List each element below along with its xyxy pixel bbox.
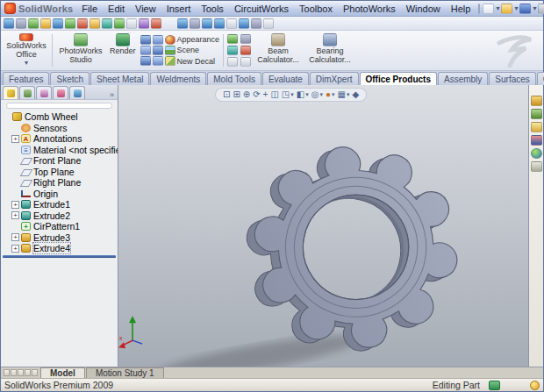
tree-item-origin[interactable]: Origin (3, 189, 118, 200)
toolbar-icon[interactable] (214, 18, 225, 29)
panel-overflow-chevron[interactable]: » (108, 90, 116, 99)
toolbar-icon[interactable] (139, 18, 149, 29)
appearances-icon[interactable] (531, 148, 542, 159)
view-palette-icon[interactable] (531, 135, 542, 146)
toolbar-icon[interactable] (16, 18, 26, 29)
expand-icon[interactable]: + (11, 211, 19, 219)
toolbar-icon[interactable] (65, 18, 75, 29)
edit-appearance-icon[interactable]: ● (326, 89, 331, 101)
tree-item-right-plane[interactable]: Right Plane (3, 177, 118, 189)
toolbar-icon[interactable] (251, 18, 261, 29)
tree-item-root[interactable]: Comb Wheel (3, 111, 118, 123)
edit-decal-icon[interactable] (140, 56, 151, 66)
toolbar-icon[interactable] (40, 18, 51, 29)
hide-show-items-icon[interactable]: ◎ (311, 89, 319, 101)
tree-item-label[interactable]: Right Plane (33, 177, 81, 188)
tab-sheet-metal[interactable]: Sheet Metal (90, 72, 149, 85)
edit-scene-icon[interactable] (140, 46, 151, 55)
appearance-label[interactable]: Appearance (177, 35, 220, 44)
open-dropdown-icon[interactable]: ▾ (514, 4, 518, 12)
copy-appearance-icon[interactable] (153, 35, 163, 45)
expand-icon[interactable]: + (11, 201, 19, 209)
tree-item-label[interactable]: Extrude1 (33, 199, 70, 210)
configurationmanager-tab[interactable] (36, 86, 52, 99)
scene-dropdown-icon[interactable]: ▾ (347, 91, 350, 98)
splitter-button[interactable] (4, 369, 10, 376)
appearance-dropdown-icon[interactable]: ▾ (332, 91, 335, 98)
tree-item-sensors[interactable]: Sensors (3, 123, 118, 134)
file-explorer-icon[interactable] (531, 122, 542, 132)
view-orientation-dropdown-icon[interactable]: ▾ (290, 91, 294, 98)
zoom-in-out-icon[interactable]: ⊕ (243, 89, 250, 101)
menu-insert[interactable]: Insert (161, 3, 197, 15)
view-settings-icon[interactable]: ◆ (353, 89, 360, 101)
photoworks-studio-button[interactable]: PhotoWorks Studio (56, 32, 105, 68)
toolbar-icon[interactable] (190, 18, 200, 29)
tab-office-products[interactable]: Office Products (360, 72, 437, 85)
tree-item-label[interactable]: Origin (33, 189, 58, 199)
tab-assembly[interactable]: Assembly (438, 72, 488, 85)
new-document-icon[interactable] (483, 4, 494, 14)
toolbar-icon[interactable] (126, 18, 137, 29)
rollback-bar[interactable] (3, 255, 116, 258)
rotate-view-icon[interactable]: ⟳ (253, 89, 260, 101)
section-view-icon[interactable]: ◫ (270, 89, 278, 101)
model-tab[interactable]: Model (40, 367, 85, 378)
toolbar-icon[interactable] (151, 18, 161, 29)
toolbar-icon[interactable] (4, 18, 14, 29)
zoom-area-icon[interactable]: ⊞ (233, 89, 240, 101)
tab-mold-tools[interactable]: Mold Tools (207, 72, 261, 85)
tree-item-label[interactable]: CirPattern1 (33, 221, 80, 232)
toolbar-icon[interactable] (226, 18, 237, 29)
toolbar-icon[interactable] (102, 18, 112, 29)
toolbar-icon[interactable] (77, 18, 88, 29)
new-dropdown-icon[interactable]: ▾ (496, 4, 499, 12)
tab-scroll-button[interactable] (32, 369, 38, 376)
tree-item-label[interactable]: Extrude2 (33, 210, 70, 221)
design-library-icon[interactable] (531, 109, 542, 119)
scene-icon[interactable] (165, 46, 175, 55)
quick-tips-icon[interactable] (489, 381, 500, 390)
compare-tool-icon[interactable] (240, 57, 251, 67)
tree-item-extrude1[interactable]: + Extrude1 (3, 199, 118, 210)
analysis-tool-icon[interactable] (240, 46, 251, 55)
copy-scene-icon[interactable] (153, 46, 163, 55)
tab-features[interactable]: Features (3, 72, 49, 85)
tree-item-extrude2[interactable]: + Extrude2 (3, 210, 118, 222)
new-decal-label[interactable]: New Decal (177, 57, 216, 66)
tree-item-label[interactable]: Sensors (33, 123, 68, 133)
toolbar-icon[interactable] (89, 18, 100, 29)
tree-item-label[interactable]: Material <not specified> (33, 145, 118, 155)
display-style-icon[interactable]: ◧ (297, 89, 304, 101)
tab-dimxpert[interactable]: DimXpert (310, 72, 359, 85)
tree-item-extrude3[interactable]: + Extrude3 (3, 232, 118, 244)
tab-scroll-button[interactable] (11, 369, 17, 376)
new-decal-icon[interactable] (165, 56, 175, 66)
tab-evaluate[interactable]: Evaluate (262, 72, 309, 85)
view-orientation-icon[interactable]: ◳ (282, 89, 290, 101)
sphere-tool-icon[interactable] (227, 46, 238, 55)
tree-filter-bar[interactable] (6, 103, 112, 109)
menu-window[interactable]: Window (401, 3, 446, 15)
pan-icon[interactable]: + (263, 89, 268, 101)
tab-scroll-button[interactable] (18, 369, 24, 376)
toolbar-icon[interactable] (202, 18, 212, 29)
appearance-ball-icon[interactable] (165, 35, 175, 45)
copy-decal-icon[interactable] (153, 56, 163, 66)
toolbar-icon[interactable] (239, 18, 249, 29)
tree-item-label[interactable]: Front Plane (33, 155, 81, 166)
display-style-dropdown-icon[interactable]: ▾ (305, 91, 309, 98)
tab-weldments[interactable]: Weldments (150, 72, 206, 85)
tab-surfaces[interactable]: Surfaces (489, 72, 535, 85)
toolbar-icon[interactable] (114, 18, 125, 29)
menu-help[interactable]: Help (446, 3, 476, 15)
tree-item-label[interactable]: Annotations (33, 133, 82, 144)
featuremanager-tab[interactable] (3, 86, 18, 99)
status-help-icon[interactable] (530, 381, 540, 390)
tab-sketch[interactable]: Sketch (50, 72, 89, 85)
toolbar-icon[interactable] (263, 18, 274, 29)
menu-toolbox[interactable]: Toolbox (294, 3, 338, 15)
expand-icon[interactable]: + (11, 135, 19, 143)
tab-scroll-button[interactable] (25, 369, 31, 376)
tree-item-extrude4[interactable]: + Extrude4 (3, 243, 118, 254)
